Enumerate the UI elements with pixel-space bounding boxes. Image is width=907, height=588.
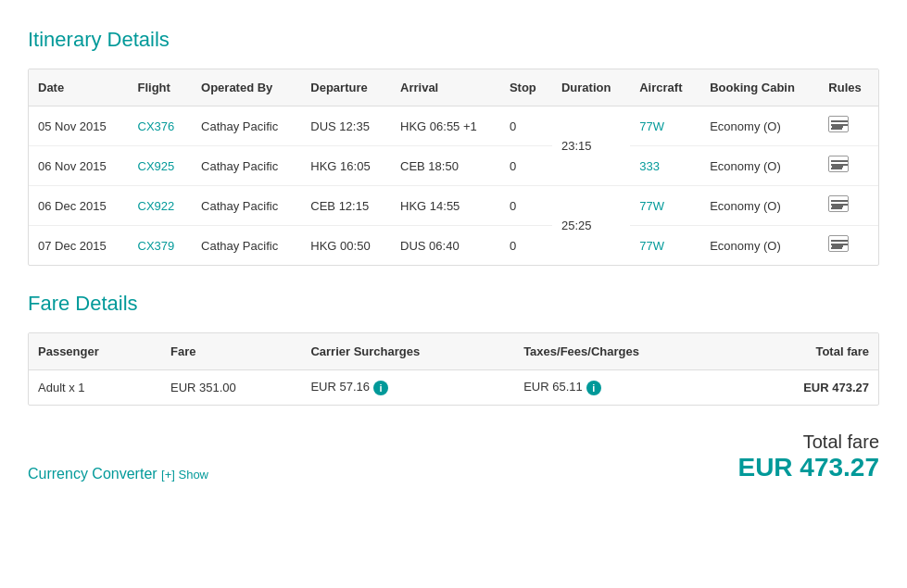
cell-departure: HKG 00:50 xyxy=(301,226,391,266)
rules-icon[interactable] xyxy=(828,235,849,252)
cell-stop: 0 xyxy=(500,186,552,226)
cell-carrier-surcharges: EUR 57.16i xyxy=(301,370,514,405)
cell-date: 07 Dec 2015 xyxy=(29,226,129,266)
cell-arrival: DUS 06:40 xyxy=(391,226,500,266)
cell-fare-amount: EUR 351.00 xyxy=(161,370,301,405)
rules-svg xyxy=(829,156,850,173)
cell-total-fare: EUR 473.27 xyxy=(738,370,878,405)
cell-rules[interactable] xyxy=(819,186,878,226)
total-fare-label: Total fare xyxy=(737,432,879,453)
fare-header-row: Passenger Fare Carrier Surcharges Taxes/… xyxy=(29,333,878,370)
col-operated-by: Operated By xyxy=(192,69,301,106)
cell-date: 05 Nov 2015 xyxy=(29,106,129,146)
itinerary-row: 06 Dec 2015CX922Cathay PacificCEB 12:15H… xyxy=(29,186,878,226)
rules-icon[interactable] xyxy=(828,116,849,132)
rules-svg xyxy=(829,117,850,133)
cell-aircraft[interactable]: 333 xyxy=(630,146,700,186)
itinerary-row: 06 Nov 2015CX925Cathay PacificHKG 16:05C… xyxy=(29,146,878,186)
flight-link[interactable]: CX925 xyxy=(138,159,175,173)
aircraft-link[interactable]: 77W xyxy=(639,119,664,133)
col-flight: Flight xyxy=(129,69,193,106)
cell-aircraft[interactable]: 77W xyxy=(630,186,700,226)
col-booking-cabin: Booking Cabin xyxy=(700,69,819,106)
cell-duration: 23:15 xyxy=(552,106,630,186)
cell-rules[interactable] xyxy=(819,106,878,146)
rules-icon[interactable] xyxy=(828,156,849,172)
cell-flight[interactable]: CX922 xyxy=(129,186,193,226)
col-passenger: Passenger xyxy=(29,333,161,370)
cell-flight[interactable]: CX379 xyxy=(129,226,193,266)
svg-rect-11 xyxy=(831,247,842,249)
currency-converter-label: Currency Converter xyxy=(28,466,157,482)
col-rules: Rules xyxy=(819,69,878,106)
carrier-surcharges-info-icon[interactable]: i xyxy=(373,381,388,395)
cell-operated-by: Cathay Pacific xyxy=(192,226,301,266)
rules-svg xyxy=(829,236,850,253)
cell-departure: DUS 12:35 xyxy=(301,106,391,146)
cell-flight[interactable]: CX925 xyxy=(129,146,193,186)
svg-rect-10 xyxy=(831,244,848,245)
cell-arrival: CEB 18:50 xyxy=(391,146,500,186)
rules-svg xyxy=(829,196,850,213)
taxes-fees-info-icon[interactable]: i xyxy=(586,381,601,395)
svg-rect-1 xyxy=(831,124,848,126)
cell-booking-cabin: Economy (O) xyxy=(700,226,819,266)
col-date: Date xyxy=(29,69,129,106)
cell-stop: 0 xyxy=(500,106,552,146)
svg-rect-8 xyxy=(831,207,842,209)
cell-date: 06 Dec 2015 xyxy=(29,186,129,226)
cell-aircraft[interactable]: 77W xyxy=(630,106,700,146)
cell-rules[interactable] xyxy=(819,226,878,266)
cell-stop: 0 xyxy=(500,146,552,186)
cell-booking-cabin: Economy (O) xyxy=(700,106,819,146)
cell-rules[interactable] xyxy=(819,146,878,186)
itinerary-row: 07 Dec 2015CX379Cathay PacificHKG 00:50D… xyxy=(29,226,878,266)
svg-rect-6 xyxy=(831,200,848,202)
cell-stop: 0 xyxy=(500,226,552,266)
currency-converter: Currency Converter [+] Show xyxy=(28,466,208,482)
aircraft-link[interactable]: 333 xyxy=(639,159,660,173)
cell-date: 06 Nov 2015 xyxy=(29,146,129,186)
fare-title: Fare Details xyxy=(28,292,879,316)
col-duration: Duration xyxy=(552,69,630,106)
total-fare-section: Total fare EUR 473.27 xyxy=(737,432,879,482)
flight-link[interactable]: CX379 xyxy=(138,239,175,253)
cell-departure: CEB 12:15 xyxy=(301,186,391,226)
cell-flight[interactable]: CX376 xyxy=(129,106,193,146)
cell-departure: HKG 16:05 xyxy=(301,146,391,186)
itinerary-row: 05 Nov 2015CX376Cathay PacificDUS 12:35H… xyxy=(29,106,878,146)
currency-converter-show[interactable]: [+] Show xyxy=(161,468,208,482)
cell-arrival: HKG 14:55 xyxy=(391,186,500,226)
svg-rect-5 xyxy=(831,168,842,169)
cell-booking-cabin: Economy (O) xyxy=(700,186,819,226)
cell-booking-cabin: Economy (O) xyxy=(700,146,819,186)
cell-passenger: Adult x 1 xyxy=(29,370,161,405)
aircraft-link[interactable]: 77W xyxy=(639,239,664,253)
svg-rect-3 xyxy=(831,160,848,162)
bottom-section: Currency Converter [+] Show Total fare E… xyxy=(28,432,879,482)
svg-rect-0 xyxy=(831,120,848,122)
flight-link[interactable]: CX376 xyxy=(138,119,175,133)
fare-table: Passenger Fare Carrier Surcharges Taxes/… xyxy=(29,333,878,405)
col-total-fare: Total fare xyxy=(738,333,878,370)
svg-rect-4 xyxy=(831,164,848,166)
col-stop: Stop xyxy=(500,69,552,106)
col-aircraft: Aircraft xyxy=(630,69,700,106)
aircraft-link[interactable]: 77W xyxy=(639,199,664,213)
cell-duration: 25:25 xyxy=(552,186,630,266)
flight-link[interactable]: CX922 xyxy=(138,199,175,213)
total-fare-amount: EUR 473.27 xyxy=(737,453,879,482)
col-carrier-surcharges: Carrier Surcharges xyxy=(301,333,514,370)
svg-rect-9 xyxy=(831,240,848,242)
cell-taxes-fees: EUR 65.11i xyxy=(514,370,737,405)
fare-table-container: Passenger Fare Carrier Surcharges Taxes/… xyxy=(28,332,879,406)
cell-aircraft[interactable]: 77W xyxy=(630,226,700,266)
cell-operated-by: Cathay Pacific xyxy=(192,106,301,146)
col-taxes-fees: Taxes/Fees/Charges xyxy=(514,333,737,370)
itinerary-table: Date Flight Operated By Departure Arriva… xyxy=(29,69,878,265)
svg-rect-2 xyxy=(831,128,842,130)
col-arrival: Arrival xyxy=(391,69,500,106)
itinerary-header-row: Date Flight Operated By Departure Arriva… xyxy=(29,69,878,106)
fare-row: Adult x 1EUR 351.00EUR 57.16iEUR 65.11iE… xyxy=(29,370,878,405)
rules-icon[interactable] xyxy=(828,195,849,212)
